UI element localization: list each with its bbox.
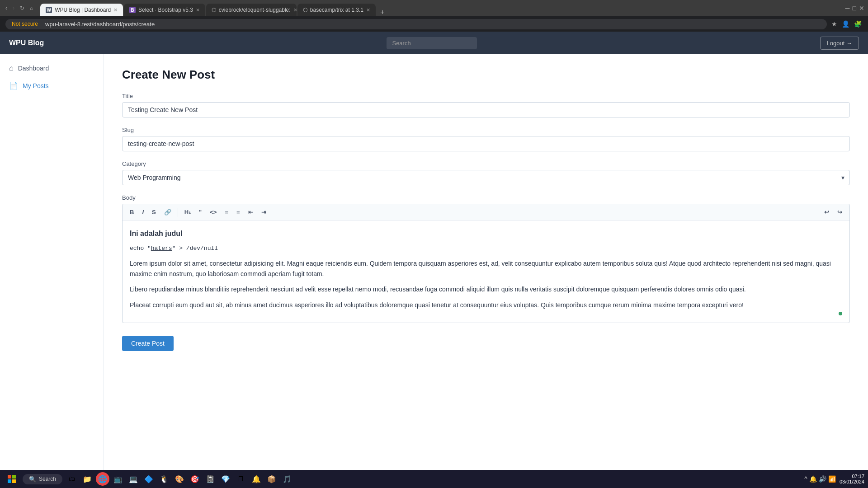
wifi-icon[interactable]: 📶	[828, 475, 836, 483]
tab-close-btn[interactable]: ✕	[113, 7, 118, 13]
taskbar-item7[interactable]: 🐧	[157, 472, 171, 486]
slug-field-group: Slug	[122, 127, 850, 151]
address-input-wrapper[interactable]: Not secure wpu-laravel-8.test/dashboard/…	[5, 19, 827, 29]
logout-button[interactable]: Logout →	[820, 37, 859, 50]
tab-favicon: B	[129, 7, 136, 13]
toolbar-quote-btn[interactable]: "	[195, 207, 205, 217]
browser-forward[interactable]: ›	[11, 4, 16, 12]
toolbar-ul-btn[interactable]: ≡	[221, 207, 232, 217]
toolbar-undo-btn[interactable]: ↩	[821, 207, 833, 217]
toolbar-redo-btn[interactable]: ↪	[834, 207, 846, 217]
tab-label: cviebrock/eloquent-sluggable:	[219, 7, 291, 13]
browser-chrome: ‹ › ↻ ⌂ W WPU Blog | Dashboard ✕ B Selec…	[0, 0, 868, 16]
sidebar-item-label: My Posts	[23, 82, 49, 89]
minimize-btn[interactable]: ─	[845, 5, 850, 12]
tab-close-btn[interactable]: ✕	[196, 7, 200, 13]
code-highlighted: haters	[151, 245, 172, 252]
app-brand: WPU Blog	[9, 39, 44, 47]
chevron-up-icon[interactable]: ^	[804, 475, 807, 483]
tab-trix[interactable]: ⬡ basecamp/trix at 1.3.1 ✕	[297, 4, 376, 16]
editor-cursor	[839, 312, 842, 315]
bookmark-star-icon[interactable]: ★	[830, 19, 838, 28]
editor-body[interactable]: Ini adalah judul echo "haters" > /dev/nu…	[123, 221, 849, 323]
taskbar-item14[interactable]: 📦	[265, 472, 278, 486]
toolbar-ol-btn[interactable]: ≡	[233, 207, 244, 217]
taskbar-item9[interactable]: 🎯	[188, 472, 202, 486]
new-tab-btn[interactable]: +	[377, 8, 388, 16]
app-wrapper: WPU Blog Logout → ⌂ Dashboard 📄 My Posts…	[0, 32, 868, 488]
sidebar-item-label: Dashboard	[18, 65, 49, 72]
toolbar-increase-indent-btn[interactable]: ⇥	[258, 207, 270, 217]
extensions-icon[interactable]: 🧩	[853, 19, 863, 28]
title-label: Title	[122, 93, 850, 99]
taskbar-item6[interactable]: 🔷	[142, 472, 156, 486]
tab-close-btn[interactable]: ✕	[293, 7, 297, 13]
tab-label: basecamp/trix at 1.3.1	[310, 7, 363, 13]
slug-input[interactable]	[122, 136, 850, 151]
toolbar-italic-btn[interactable]: I	[138, 207, 147, 217]
taskbar-item12[interactable]: 🗒	[234, 472, 248, 486]
taskbar-file-explorer[interactable]: 🗂	[65, 472, 79, 486]
editor-para-2: Libero repudiandae minus blanditiis repr…	[130, 284, 842, 294]
tab-sluggable[interactable]: ⬡ cviebrock/eloquent-sluggable: ✕	[206, 4, 297, 16]
taskbar-chrome[interactable]: 🌐	[96, 472, 109, 486]
taskbar-photos[interactable]: 📁	[80, 472, 94, 486]
sidebar-item-my-posts[interactable]: 📄 My Posts	[0, 77, 104, 94]
start-button[interactable]	[4, 471, 20, 487]
taskbar-item13[interactable]: 🔔	[250, 472, 263, 486]
address-text: wpu-laravel-8.test/dashboard/posts/creat…	[45, 21, 155, 28]
toolbar-link-btn[interactable]: 🔗	[160, 207, 175, 217]
tab-favicon: ⬡	[212, 7, 216, 13]
title-input[interactable]	[122, 102, 850, 117]
taskbar-item10[interactable]: 📓	[203, 472, 217, 486]
maximize-btn[interactable]: □	[853, 5, 856, 12]
taskbar: 🔍 Search 🗂 📁 🌐 📺 💻 🔷 🐧 🎨 🎯 📓 💎 🗒 🔔 📦 🎵 ^…	[0, 470, 868, 488]
toolbar-decrease-indent-btn[interactable]: ⇤	[245, 207, 257, 217]
editor-code-block: echo "haters" > /dev/null	[130, 244, 842, 253]
home-icon: ⌂	[9, 64, 14, 72]
toolbar-divider	[178, 208, 178, 217]
editor-para-3: Placeat corrupti eum quod aut sit, ab mi…	[130, 300, 842, 310]
browser-toolbar-icons: ★ 👤 🧩	[830, 19, 863, 28]
body-field-group: Body B I S 🔗 H₁ " <> ≡ ≡ ⇤	[122, 194, 850, 323]
toolbar-heading-btn[interactable]: H₁	[181, 207, 194, 217]
volume-icon[interactable]: 🔊	[819, 475, 826, 483]
rich-text-editor: B I S 🔗 H₁ " <> ≡ ≡ ⇤ ⇥ ↩	[122, 204, 850, 323]
taskbar-item8[interactable]: 🎨	[173, 472, 186, 486]
create-post-button[interactable]: Create Post	[122, 336, 174, 351]
tab-wpu-blog[interactable]: W WPU Blog | Dashboard ✕	[40, 4, 123, 16]
taskbar-date-text: 03/01/2024	[840, 479, 864, 484]
taskbar-item11[interactable]: 💎	[219, 472, 232, 486]
browser-home[interactable]: ⌂	[28, 4, 35, 12]
taskbar-search[interactable]: 🔍 Search	[23, 474, 62, 484]
profile-icon[interactable]: 👤	[841, 19, 850, 28]
tab-close-btn[interactable]: ✕	[366, 7, 370, 13]
category-select-wrapper: Web Programming Mobile Development DevOp…	[122, 170, 850, 185]
page-title: Create New Post	[122, 68, 850, 82]
taskbar-clock: 07:17 03/01/2024	[840, 474, 864, 484]
taskbar-youtube[interactable]: 📺	[111, 472, 125, 486]
taskbar-vscode[interactable]: 💻	[127, 472, 140, 486]
toolbar-right: ↩ ↪	[821, 207, 846, 217]
sidebar-item-dashboard[interactable]: ⌂ Dashboard	[0, 60, 104, 77]
main-content: Create New Post Title Slug Category Web …	[104, 54, 868, 488]
body-label: Body	[122, 194, 850, 201]
app-header: WPU Blog Logout →	[0, 32, 868, 54]
taskbar-right: ^ 🔔 🔊 📶 07:17 03/01/2024	[804, 474, 864, 484]
notification-icon[interactable]: 🔔	[809, 475, 817, 483]
tab-label: WPU Blog | Dashboard	[55, 7, 111, 13]
toolbar-code-btn[interactable]: <>	[206, 207, 220, 217]
close-btn[interactable]: ✕	[859, 5, 864, 12]
browser-reload[interactable]: ↻	[18, 4, 26, 12]
svg-rect-3	[12, 479, 16, 483]
category-select[interactable]: Web Programming Mobile Development DevOp…	[122, 170, 850, 185]
header-search-input[interactable]	[387, 37, 477, 49]
code-suffix: " > /dev/null	[172, 245, 218, 252]
search-icon: 🔍	[29, 476, 36, 483]
tab-bootstrap[interactable]: B Select · Bootstrap v5.3 ✕	[124, 4, 205, 16]
toolbar-bold-btn[interactable]: B	[126, 207, 137, 217]
toolbar-strikethrough-btn[interactable]: S	[148, 207, 160, 217]
taskbar-item15[interactable]: 🎵	[280, 472, 294, 486]
browser-tabs: W WPU Blog | Dashboard ✕ B Select · Boot…	[40, 0, 840, 16]
browser-back[interactable]: ‹	[4, 4, 9, 12]
